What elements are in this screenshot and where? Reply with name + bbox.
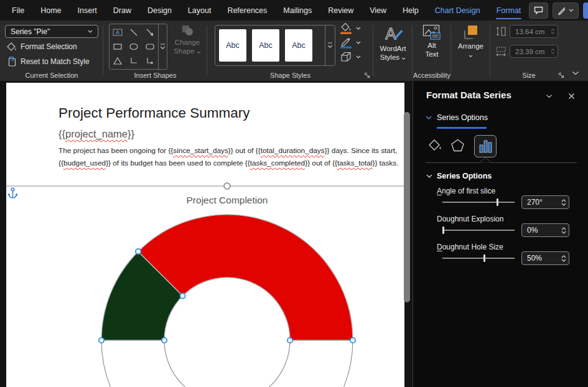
menu-tab-view[interactable]: View: [362, 0, 394, 21]
menu-tab-file[interactable]: File: [4, 0, 32, 21]
reset-to-match-style-button[interactable]: Reset to Match Style: [6, 57, 90, 67]
wordart-styles-group: A WordArt Styles: [373, 21, 413, 81]
triangle-shape[interactable]: [110, 54, 126, 68]
shape-styles-dialog-launcher[interactable]: [364, 72, 370, 78]
editing-mode-button[interactable]: [553, 2, 579, 19]
line-shape[interactable]: [126, 26, 142, 40]
doc-paragraph[interactable]: The project has been ongoing for {{since…: [58, 145, 402, 169]
vertical-scrollbar[interactable]: [403, 83, 411, 387]
gallery-more-icon: [327, 40, 334, 51]
panel-collapse-button[interactable]: [542, 90, 556, 102]
series-options-icon-tab[interactable]: [474, 135, 497, 157]
pencil-icon: [558, 6, 566, 15]
template-token: tasks_completed: [250, 159, 306, 167]
doughnut-explosion-slider[interactable]: [442, 226, 515, 235]
size-group: 13.64 cm 23.39 cm Size: [490, 21, 567, 81]
menu-tab-design[interactable]: Design: [139, 0, 180, 21]
share-button[interactable]: [583, 2, 588, 19]
slider-thumb[interactable]: [483, 254, 485, 262]
gallery-more-icon: [159, 41, 166, 52]
doc-subtitle[interactable]: {{project_name}}: [58, 128, 134, 140]
current-selection-group: Series "Pie" Format Selection Reset to M…: [0, 21, 103, 81]
text-box-shape[interactable]: A: [110, 26, 126, 40]
insert-shapes-group: A Change Shape: [103, 21, 207, 81]
effects-tab[interactable]: [450, 138, 465, 153]
menu-tab-review[interactable]: Review: [320, 0, 362, 21]
doc-heading[interactable]: Project Performance Summary: [58, 105, 250, 121]
document-page[interactable]: Project Performance Summary {{project_na…: [6, 83, 404, 387]
menu-tab-chart-design[interactable]: Chart Design: [427, 0, 488, 21]
chevron-down-icon: [569, 9, 574, 12]
oval-shape[interactable]: [126, 40, 142, 54]
menu-tab-references[interactable]: References: [219, 0, 275, 21]
shape-styles-group: Abc Abc Abc: [207, 21, 373, 81]
width-spinner: [551, 49, 555, 54]
angle-spinner[interactable]: [561, 199, 569, 206]
arrange-button[interactable]: Arrange: [451, 24, 490, 59]
series-options-tab[interactable]: Series Options: [437, 113, 488, 122]
shape-style-gallery-more-button[interactable]: [325, 26, 335, 65]
alt-text-icon: [422, 24, 441, 40]
menu-tabs: File Home Insert Draw Design Layout Refe…: [0, 0, 529, 21]
menu-tab-layout[interactable]: Layout: [180, 0, 220, 21]
series-options-section-header[interactable]: Series Options: [437, 172, 492, 180]
doughnut-hole-size-label: Doughnut Hole Size: [437, 243, 503, 251]
svg-text:A: A: [116, 29, 119, 35]
scrollbar-thumb[interactable]: [404, 112, 410, 302]
height-spinner: [551, 29, 555, 34]
template-token: since_start_days: [173, 146, 228, 155]
doughnut-explosion-label: Doughnut Explosion: [437, 215, 503, 223]
shapes-gallery-more-button[interactable]: [158, 24, 167, 69]
chevron-down-icon: [356, 55, 361, 58]
arrow-shape[interactable]: [142, 26, 158, 40]
elbow-connector-shape[interactable]: [126, 54, 142, 68]
panel-close-button[interactable]: [564, 90, 578, 102]
rectangle-shape[interactable]: [110, 40, 126, 54]
chart-svg[interactable]: Project Completion: [6, 182, 404, 387]
reset-style-icon: [6, 57, 17, 67]
comments-button[interactable]: [529, 2, 548, 19]
paint-bucket-icon: [427, 138, 442, 153]
collapse-ribbon-button[interactable]: [572, 71, 579, 75]
explosion-spinner[interactable]: [561, 227, 569, 234]
titlebar-actions: [529, 2, 588, 19]
template-token: tasks_total: [337, 159, 372, 167]
menu-tab-help[interactable]: Help: [394, 0, 427, 21]
shape-fill-button[interactable]: [339, 22, 361, 34]
alt-text-button[interactable]: Alt Text: [413, 24, 451, 58]
elbow-arrow-connector-shape[interactable]: [142, 54, 158, 68]
shape-fill-icon: [339, 22, 353, 34]
svg-text:A: A: [385, 24, 396, 43]
document-canvas: Project Performance Summary {{project_na…: [0, 81, 413, 387]
format-selection-button[interactable]: Format Selection: [6, 42, 77, 52]
angle-of-first-slice-slider[interactable]: [442, 198, 515, 207]
doughnut-hole-size-input[interactable]: 50%: [521, 251, 569, 265]
angle-of-first-slice-input[interactable]: 270°: [521, 195, 569, 209]
angle-of-first-slice-label: Angle of first slice: [437, 187, 495, 195]
chart-element-selector[interactable]: Series "Pie": [5, 25, 98, 38]
menu-tab-insert[interactable]: Insert: [70, 0, 105, 21]
workspace: Project Performance Summary {{project_na…: [0, 81, 588, 387]
chevron-down-icon: [88, 30, 93, 33]
menu-tab-home[interactable]: Home: [32, 0, 69, 21]
wordart-styles-button[interactable]: A WordArt Styles: [373, 24, 413, 62]
shape-height-icon: [495, 26, 506, 37]
hole-size-spinner[interactable]: [561, 255, 569, 262]
doughnut-explosion-input[interactable]: 0%: [521, 223, 569, 237]
panel-title: Format Data Series: [426, 90, 511, 100]
shape-outline-button[interactable]: [339, 37, 361, 49]
slider-thumb[interactable]: [442, 226, 444, 234]
shape-style-preset-1[interactable]: Abc: [219, 29, 246, 62]
chevron-down-icon[interactable]: [426, 174, 432, 178]
size-dialog-launcher[interactable]: [558, 72, 564, 78]
rounded-rectangle-shape[interactable]: [142, 40, 158, 54]
shape-style-preset-2[interactable]: Abc: [252, 29, 279, 62]
menu-tab-mailings[interactable]: Mailings: [275, 0, 320, 21]
fill-line-tab[interactable]: [427, 138, 442, 153]
menu-tab-format[interactable]: Format: [488, 0, 530, 21]
shape-style-preset-3[interactable]: Abc: [285, 29, 312, 62]
slider-thumb[interactable]: [497, 198, 498, 206]
doughnut-hole-size-slider[interactable]: [442, 254, 515, 263]
menu-tab-draw[interactable]: Draw: [105, 0, 139, 21]
shape-effects-button[interactable]: [339, 51, 361, 63]
